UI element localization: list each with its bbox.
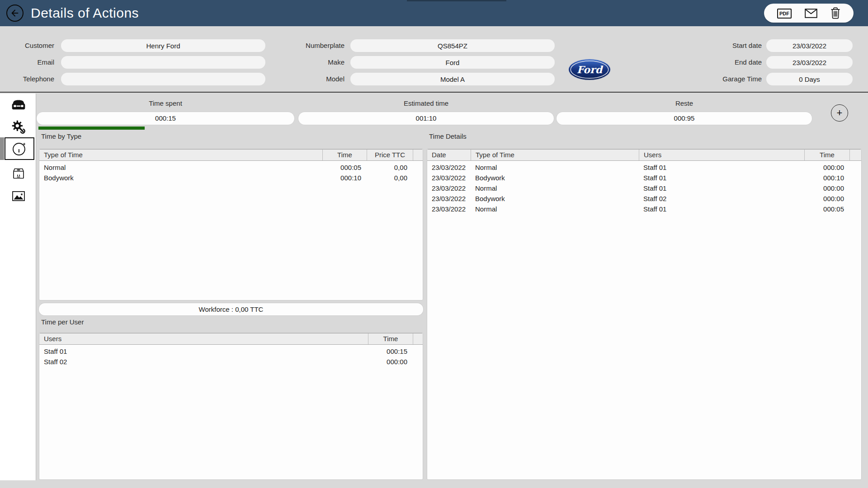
page-title: Details of Actions xyxy=(31,5,139,21)
table-row[interactable]: 23/03/2022 Bodywork Staff 01 000:10 xyxy=(427,173,861,183)
price-cell: 0,00 xyxy=(367,164,413,171)
parts-box-icon xyxy=(11,166,26,181)
table-row[interactable]: Normal 000:05 0,00 xyxy=(39,162,423,173)
content-area: Time spent Estimated time Reste 000:15 0… xyxy=(37,94,868,480)
email-icon xyxy=(805,9,817,18)
type-cell: Normal xyxy=(471,205,639,213)
column-header: Time xyxy=(322,150,367,160)
table-row[interactable]: Bodywork 000:10 0,00 xyxy=(39,173,423,183)
user-cell: Staff 01 xyxy=(39,347,368,355)
column-header-spacer xyxy=(413,150,423,160)
customer-label: Customer xyxy=(0,39,54,52)
customer-field[interactable] xyxy=(61,39,265,52)
back-button[interactable] xyxy=(6,5,24,22)
end-date-label: End date xyxy=(691,56,762,69)
time-spent-value: 000:15 xyxy=(37,112,294,125)
time-cell: 000:10 xyxy=(322,174,367,182)
time-spent-label: Time spent xyxy=(37,98,294,109)
type-cell: Bodywork xyxy=(471,195,639,202)
email-field[interactable] xyxy=(61,56,265,69)
export-pdf-button[interactable]: PDF xyxy=(777,9,792,17)
car-icon xyxy=(10,97,27,114)
numberplate-label: Numberplate xyxy=(289,39,344,52)
model-field[interactable] xyxy=(350,73,555,85)
time-cell: 000:00 xyxy=(804,164,849,171)
start-date-field[interactable] xyxy=(766,39,853,52)
make-field[interactable] xyxy=(350,56,555,69)
column-header: Users xyxy=(39,333,368,344)
table-row[interactable]: 23/03/2022 Normal Staff 01 000:00 xyxy=(427,183,861,193)
type-cell: Normal xyxy=(39,164,322,171)
reste-value: 000:95 xyxy=(557,112,812,125)
user-cell: Staff 02 xyxy=(39,358,368,366)
numberplate-field[interactable] xyxy=(350,39,555,52)
sidebar-item-photos[interactable] xyxy=(5,186,33,206)
reste-label: Reste xyxy=(557,98,812,109)
time-by-type-header: Type of Time Time Price TTC xyxy=(39,149,423,161)
time-cell: 000:05 xyxy=(804,205,849,213)
user-cell: Staff 01 xyxy=(639,164,804,171)
plus-icon: + xyxy=(837,107,843,119)
time-cell: 000:05 xyxy=(322,164,367,171)
estimated-time-value: 001:10 xyxy=(298,112,554,125)
time-cell: 000:00 xyxy=(804,184,849,192)
table-row[interactable]: 23/03/2022 Normal Staff 01 000:00 xyxy=(427,162,861,173)
time-cell: 000:00 xyxy=(368,358,413,366)
telephone-label: Telephone xyxy=(0,73,54,85)
ford-logo-text: Ford xyxy=(577,64,604,75)
table-row[interactable]: Staff 02 000:00 xyxy=(39,357,423,367)
vehicle-form: Customer Email Telephone Numberplate Mak… xyxy=(0,26,868,93)
send-email-button[interactable] xyxy=(805,9,817,18)
date-cell: 23/03/2022 xyxy=(427,164,471,171)
estimated-time-label: Estimated time xyxy=(298,98,554,109)
type-cell: Bodywork xyxy=(39,174,322,182)
add-time-button[interactable]: + xyxy=(831,104,848,122)
bottom-strip xyxy=(0,480,868,488)
time-cell: 000:00 xyxy=(804,195,849,202)
time-details-header: Date Type of Time Users Time xyxy=(427,149,861,161)
date-cell: 23/03/2022 xyxy=(427,184,471,192)
header-actions-bar: PDF xyxy=(764,4,854,23)
time-by-type-title: Time by Type xyxy=(41,132,81,140)
time-per-user-table: Users Time Staff 01 000:15 Staff 02 000:… xyxy=(39,333,423,480)
back-arrow-icon xyxy=(10,8,20,18)
sidebar-item-time[interactable] xyxy=(5,137,34,160)
table-row[interactable]: 23/03/2022 Normal Staff 01 000:05 xyxy=(427,204,861,214)
ford-logo: Ford xyxy=(568,58,611,81)
telephone-field[interactable] xyxy=(61,73,265,85)
time-details-table: Date Type of Time Users Time 23/03/2022 … xyxy=(427,149,862,480)
email-label: Email xyxy=(0,56,54,69)
table-row[interactable]: 23/03/2022 Bodywork Staff 02 000:00 xyxy=(427,193,861,204)
pdf-icon: PDF xyxy=(777,9,792,19)
type-cell: Normal xyxy=(471,164,639,171)
workforce-total-bar: Workforce : 0,00 TTC xyxy=(39,303,423,315)
user-cell: Staff 01 xyxy=(639,184,804,192)
sidebar xyxy=(0,94,36,480)
date-cell: 23/03/2022 xyxy=(427,195,471,202)
column-header-spacer xyxy=(413,333,423,344)
column-header: Date xyxy=(427,150,471,160)
image-icon xyxy=(11,188,26,204)
user-cell: Staff 01 xyxy=(639,205,804,213)
column-header: Time xyxy=(368,333,413,344)
delete-button[interactable] xyxy=(830,7,840,19)
time-details-title: Time Details xyxy=(429,132,467,140)
garage-time-field[interactable] xyxy=(766,73,853,85)
sidebar-item-vehicle[interactable] xyxy=(5,95,33,115)
app-header: Details of Actions PDF xyxy=(0,0,868,26)
date-cell: 23/03/2022 xyxy=(427,174,471,182)
table-row[interactable]: Staff 01 000:15 xyxy=(39,346,423,357)
user-cell: Staff 02 xyxy=(639,195,804,202)
column-header-spacer xyxy=(849,150,861,160)
garage-time-label: Garage Time xyxy=(691,73,762,85)
trash-icon xyxy=(830,7,840,19)
column-header: Price TTC xyxy=(367,150,413,160)
column-header: Type of Time xyxy=(39,150,322,160)
gear-wrench-icon xyxy=(10,119,27,135)
sidebar-item-parts[interactable] xyxy=(5,164,33,183)
sidebar-item-service[interactable] xyxy=(5,117,33,137)
type-cell: Normal xyxy=(471,184,639,192)
column-header: Type of Time xyxy=(471,150,639,160)
user-cell: Staff 01 xyxy=(639,174,804,182)
end-date-field[interactable] xyxy=(766,56,853,69)
